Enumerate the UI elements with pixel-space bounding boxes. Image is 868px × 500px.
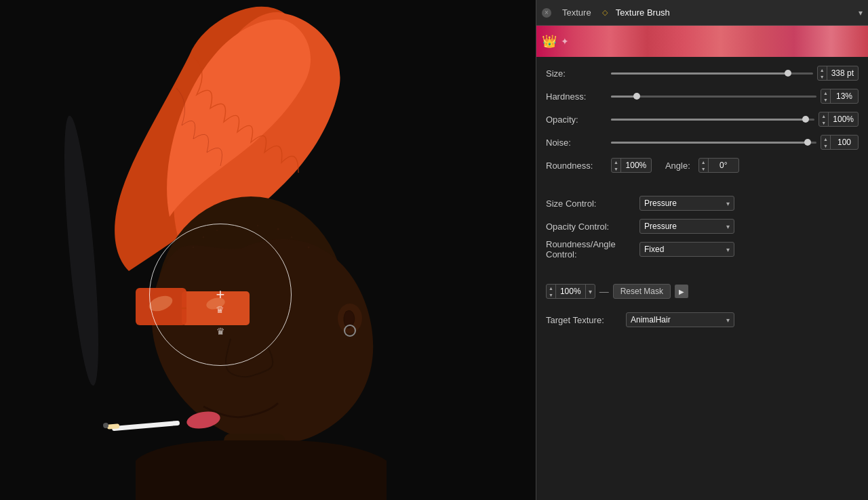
tab-texture-brush[interactable]: Texture Brush <box>613 5 673 20</box>
svg-point-19 <box>257 225 258 226</box>
opacity-control-value: Pressure <box>644 222 677 231</box>
hardness-down-button[interactable]: ▼ <box>821 96 830 103</box>
size-control-dropdown[interactable]: Pressure ▾ <box>639 196 734 211</box>
opacity-value: 100% <box>829 114 858 124</box>
roundness-angle-control-row: Roundness/Angle Control: Fixed ▾ <box>546 240 859 259</box>
roundness-label: Roundness: <box>546 161 607 171</box>
angle-down-button[interactable]: ▼ <box>699 165 708 172</box>
opacity-control-dropdown-arrow: ▾ <box>726 223 730 230</box>
roundness-value: 100% <box>621 161 651 170</box>
opacity-control-label: Opacity Control: <box>546 222 634 232</box>
panel: × Texture ◇ Texture Brush ▾ 👑 ✦ Size: ▲ … <box>536 0 868 500</box>
svg-text:♛: ♛ <box>216 305 224 315</box>
roundness-up-button[interactable]: ▲ <box>612 159 620 165</box>
diamond-icon: ◇ <box>602 8 608 17</box>
preview-star-icon: ✦ <box>561 36 569 47</box>
mask-down-button[interactable]: ▼ <box>547 291 555 298</box>
angle-up-button[interactable]: ▲ <box>699 159 708 165</box>
noise-up-button[interactable]: ▲ <box>821 136 830 142</box>
roundness-angle-row: Roundness: ▲ ▼ 100% Angle: ▲ ▼ 0° <box>546 156 859 175</box>
size-down-button[interactable]: ▼ <box>818 73 827 80</box>
illustration: ♛ <box>0 0 536 500</box>
roundness-angle-control-dropdown[interactable]: Fixed ▾ <box>639 242 734 257</box>
size-label: Size: <box>546 68 607 79</box>
panel-titlebar: × Texture ◇ Texture Brush ▾ <box>536 0 868 26</box>
hardness-up-button[interactable]: ▲ <box>821 89 830 96</box>
close-button[interactable]: × <box>542 8 551 18</box>
svg-point-23 <box>308 247 310 249</box>
mask-shape-icon[interactable]: ▶ <box>675 285 688 298</box>
hardness-value: 13% <box>831 91 858 101</box>
noise-row: Noise: ▲ ▼ 100 <box>546 133 859 152</box>
target-texture-value: AnimalHair <box>631 315 671 325</box>
size-up-button[interactable]: ▲ <box>818 66 827 73</box>
size-stepper[interactable]: ▲ ▼ 338 pt <box>817 66 859 81</box>
hardness-slider[interactable] <box>611 96 816 98</box>
opacity-label: Opacity: <box>546 114 607 125</box>
opacity-control-dropdown[interactable]: Pressure ▾ <box>639 219 734 234</box>
size-value: 338 pt <box>827 68 858 78</box>
angle-value: 0° <box>709 161 738 170</box>
mask-dropdown-button[interactable]: ▾ <box>585 285 595 298</box>
opacity-slider[interactable] <box>611 119 814 121</box>
target-texture-label: Target Texture: <box>546 315 620 325</box>
panel-controls: Size: ▲ ▼ 338 pt Hardness: ▲ <box>536 57 868 336</box>
roundness-angle-control-label: Roundness/Angle Control: <box>546 239 634 259</box>
svg-point-16 <box>203 236 205 238</box>
size-control-dropdown-arrow: ▾ <box>726 200 730 207</box>
close-icon: × <box>545 9 549 16</box>
mask-up-button[interactable]: ▲ <box>547 285 555 291</box>
svg-point-21 <box>193 247 194 248</box>
mask-row: ▲ ▼ 100% ▾ — Reset Mask ▶ <box>546 280 859 302</box>
target-texture-dropdown-arrow: ▾ <box>726 316 730 324</box>
roundness-down-button[interactable]: ▼ <box>612 165 620 172</box>
size-control-row: Size Control: Pressure ▾ <box>546 194 859 213</box>
noise-label: Noise: <box>546 138 607 148</box>
preview-crown-icon: 👑 <box>542 34 557 49</box>
mask-dash: — <box>599 286 609 297</box>
roundness-stepper[interactable]: ▲ ▼ 100% <box>611 158 652 173</box>
reset-mask-button[interactable]: Reset Mask <box>613 284 671 299</box>
size-control-label: Size Control: <box>546 199 634 209</box>
svg-point-22 <box>291 236 292 238</box>
angle-stepper[interactable]: ▲ ▼ 0° <box>698 158 739 173</box>
svg-point-18 <box>237 226 239 228</box>
hardness-row: Hardness: ▲ ▼ 13% <box>546 87 859 106</box>
tab-texture[interactable]: Texture <box>557 5 597 20</box>
opacity-up-button[interactable]: ▲ <box>819 112 828 119</box>
roundness-angle-dropdown-arrow: ▾ <box>726 246 730 253</box>
brush-preview-strip: 👑 ✦ <box>536 26 868 57</box>
hardness-label: Hardness: <box>546 91 607 102</box>
opacity-control-row: Opacity Control: Pressure ▾ <box>546 217 859 236</box>
opacity-down-button[interactable]: ▼ <box>819 119 828 126</box>
size-slider[interactable] <box>611 72 813 75</box>
size-row: Size: ▲ ▼ 338 pt <box>546 64 859 83</box>
opacity-stepper[interactable]: ▲ ▼ 100% <box>818 112 859 127</box>
noise-value: 100 <box>831 138 858 147</box>
size-control-value: Pressure <box>644 199 677 208</box>
opacity-row: Opacity: ▲ ▼ 100% <box>546 110 859 129</box>
noise-down-button[interactable]: ▼ <box>821 142 830 149</box>
mask-stepper[interactable]: ▲ ▼ 100% ▾ <box>546 284 595 299</box>
mask-value: 100% <box>556 287 585 296</box>
hardness-stepper[interactable]: ▲ ▼ 13% <box>821 89 859 104</box>
roundness-angle-control-value: Fixed <box>644 245 664 254</box>
angle-label: Angle: <box>665 161 690 171</box>
noise-stepper[interactable]: ▲ ▼ 100 <box>821 135 859 150</box>
noise-slider[interactable] <box>611 142 816 144</box>
target-texture-dropdown[interactable]: AnimalHair ▾ <box>626 312 734 327</box>
target-texture-row: Target Texture: AnimalHair ▾ <box>546 310 859 329</box>
panel-chevron-icon[interactable]: ▾ <box>859 8 863 18</box>
svg-point-17 <box>216 230 218 231</box>
svg-point-20 <box>277 228 279 230</box>
canvas-area: ♛ + ♛ <box>0 0 536 500</box>
